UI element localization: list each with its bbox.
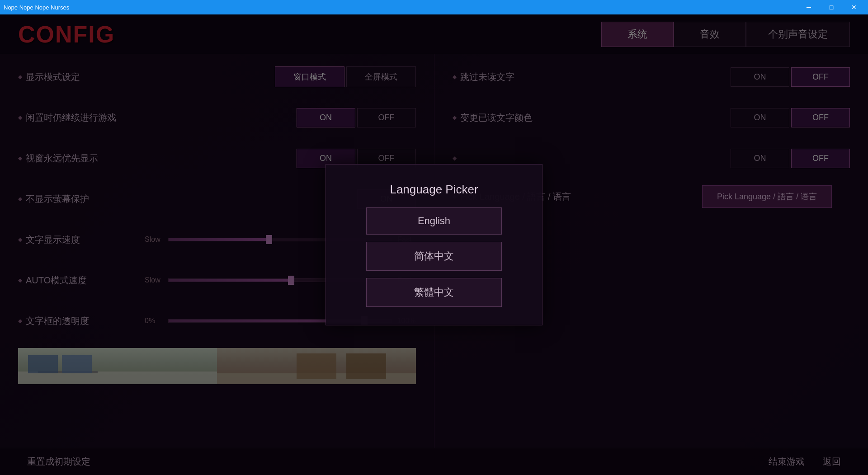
- titlebar-controls: ─ □ ✕: [798, 0, 864, 14]
- language-english-button[interactable]: English: [366, 207, 502, 235]
- language-picker-modal: Language Picker English 简体中文 繁體中文: [326, 164, 542, 325]
- language-simplified-button[interactable]: 简体中文: [366, 242, 502, 271]
- close-button[interactable]: ✕: [844, 0, 864, 14]
- modal-overlay[interactable]: Language Picker English 简体中文 繁體中文: [0, 14, 868, 475]
- main-content: CONFIG 系统 音效 个别声音设定 显示模式设定 窗口模式 全屏模式: [0, 14, 868, 475]
- titlebar-title: Nope Nope Nope Nurses: [4, 4, 69, 11]
- minimize-button[interactable]: ─: [798, 0, 819, 14]
- titlebar: Nope Nope Nope Nurses ─ □ ✕: [0, 0, 868, 14]
- language-traditional-button[interactable]: 繁體中文: [366, 278, 502, 307]
- restore-button[interactable]: □: [821, 0, 842, 14]
- modal-title: Language Picker: [390, 183, 478, 197]
